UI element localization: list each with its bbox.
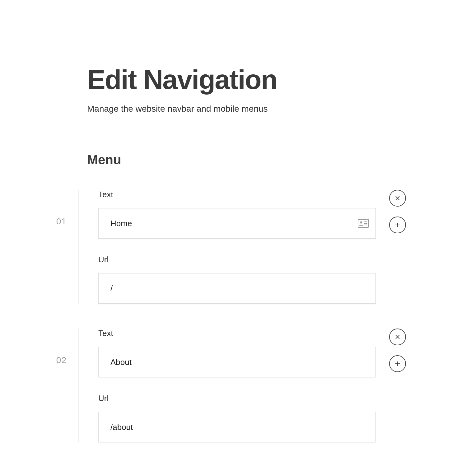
url-field-label: Url bbox=[98, 394, 376, 403]
address-card-icon[interactable] bbox=[358, 219, 369, 228]
row-divider bbox=[78, 329, 79, 442]
text-field-label: Text bbox=[98, 329, 376, 338]
add-item-button[interactable] bbox=[389, 355, 406, 372]
page-title: Edit Navigation bbox=[87, 65, 475, 94]
close-icon bbox=[395, 334, 400, 340]
close-icon bbox=[395, 195, 400, 201]
row-index: 01 bbox=[47, 190, 67, 226]
url-input[interactable] bbox=[98, 412, 376, 442]
row-fields: Text bbox=[98, 190, 376, 304]
text-input[interactable] bbox=[98, 347, 376, 377]
add-item-button[interactable] bbox=[389, 217, 406, 233]
plus-icon bbox=[394, 361, 401, 367]
remove-item-button[interactable] bbox=[389, 329, 406, 345]
remove-item-button[interactable] bbox=[389, 190, 406, 207]
menu-item-row: 02 Text Url bbox=[47, 329, 475, 442]
row-divider bbox=[78, 190, 79, 304]
plus-icon bbox=[394, 222, 401, 228]
page-subtitle: Manage the website navbar and mobile men… bbox=[87, 104, 475, 114]
text-input[interactable] bbox=[98, 208, 376, 239]
section-title-menu: Menu bbox=[87, 152, 475, 167]
text-field-label: Text bbox=[98, 190, 376, 199]
svg-point-1 bbox=[360, 222, 362, 224]
url-input[interactable] bbox=[98, 273, 376, 304]
row-fields: Text Url bbox=[98, 329, 376, 442]
url-field-label: Url bbox=[98, 255, 376, 264]
row-index: 02 bbox=[47, 329, 67, 365]
menu-item-row: 01 Text bbox=[47, 190, 475, 304]
